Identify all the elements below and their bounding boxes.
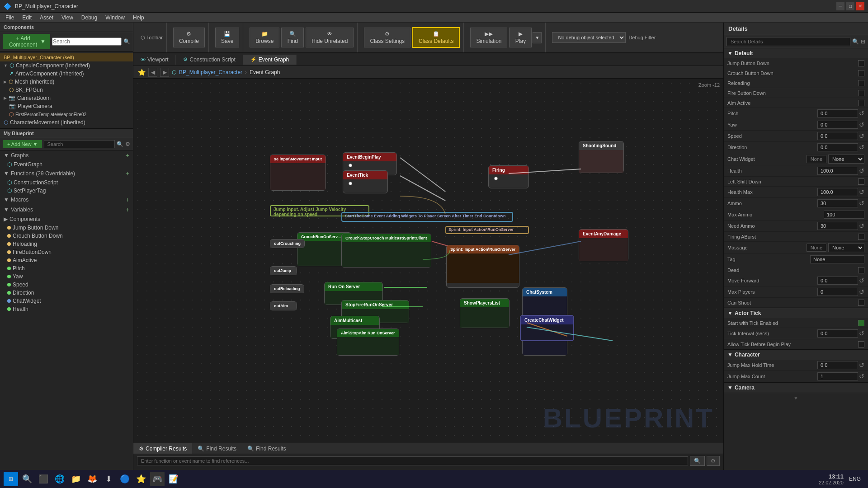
can-shoot-checkbox[interactable] bbox=[858, 300, 864, 306]
tick-interval-reset-button[interactable]: ↺ bbox=[859, 330, 864, 337]
ammo-reset-button[interactable]: ↺ bbox=[859, 200, 864, 207]
find-button[interactable]: 🔍 Find bbox=[281, 28, 304, 47]
tree-item-arrow[interactable]: ↗ ArrowComponent (Inherited) bbox=[0, 70, 133, 78]
menu-debug[interactable]: Debug bbox=[78, 14, 101, 22]
speed-input[interactable] bbox=[817, 132, 858, 140]
var-reloading[interactable]: Reloading bbox=[0, 240, 133, 248]
var-fire-button-down[interactable]: FireButtonDown bbox=[0, 248, 133, 256]
unreal-button[interactable]: 🎮 bbox=[150, 472, 165, 486]
node-out-aim[interactable]: outAim bbox=[270, 301, 297, 310]
firefox-button[interactable]: 🦊 bbox=[85, 472, 99, 486]
graph-area[interactable]: Zoom -12 Jump Input. Adjust Jump Velocit… bbox=[133, 79, 723, 443]
max-players-reset-button[interactable]: ↺ bbox=[859, 288, 864, 296]
massage-select[interactable]: None bbox=[828, 243, 864, 252]
menu-help[interactable]: Help bbox=[129, 14, 148, 22]
direction-input[interactable] bbox=[817, 143, 858, 151]
node-show-players-list[interactable]: ShowPlayersList bbox=[460, 298, 509, 328]
breadcrumb-blueprint[interactable]: BP_Multiplayer_Character bbox=[179, 69, 242, 75]
crouch-button-down-checkbox[interactable] bbox=[858, 70, 864, 76]
max-ammo-input[interactable] bbox=[824, 211, 864, 219]
node-create-chat-widget[interactable]: CreateChatWidget bbox=[520, 315, 574, 341]
variables-add-button[interactable]: + bbox=[126, 206, 129, 213]
firing-aburst-checkbox[interactable] bbox=[858, 234, 864, 240]
character-section-header[interactable]: ▼ Character bbox=[724, 350, 868, 360]
var-chatwidget[interactable]: ChatWidget bbox=[0, 297, 133, 305]
bp-item-constructionscript[interactable]: ⬡ ConstructionScript bbox=[0, 178, 133, 187]
edge-browser-button[interactable]: 🌐 bbox=[52, 472, 67, 486]
var-direction[interactable]: Direction bbox=[0, 289, 133, 297]
var-crouch-button-down[interactable]: Crouch Button Down bbox=[0, 232, 133, 240]
tree-item-mesh[interactable]: ▶ ⬡ Mesh (Inherited) bbox=[0, 78, 133, 86]
node-aim-on-server[interactable]: Aim\StopAim Run OnServer bbox=[337, 328, 399, 356]
jump-max-count-reset-button[interactable]: ↺ bbox=[859, 373, 864, 380]
direction-reset-button[interactable]: ↺ bbox=[859, 144, 864, 151]
node-event-any-damage[interactable]: EventAnyDamage bbox=[579, 229, 628, 261]
need-ammo-reset-button[interactable]: ↺ bbox=[859, 222, 864, 230]
find-options-button[interactable]: ⚙ bbox=[707, 456, 720, 466]
macros-add-button[interactable]: + bbox=[126, 196, 129, 203]
tree-item-capsule[interactable]: ▼ ⬡ CapsuleComponent (Inherited) bbox=[0, 61, 133, 70]
pitch-input[interactable] bbox=[817, 109, 858, 117]
jump-max-count-input[interactable] bbox=[817, 372, 858, 380]
camera-section-header[interactable]: ▼ Camera bbox=[724, 383, 868, 393]
blueprint-search-icon[interactable]: 🔍 bbox=[117, 141, 123, 147]
fire-button-down-checkbox[interactable] bbox=[858, 90, 864, 96]
task-view-button[interactable]: ⬛ bbox=[36, 472, 51, 486]
bp-category-components[interactable]: ▶ Components bbox=[0, 215, 133, 224]
bp-item-eventgraph[interactable]: ⬡ EventGraph bbox=[0, 160, 133, 169]
tab-construction-script[interactable]: ⚙ Construction Script bbox=[176, 55, 243, 65]
health-input[interactable] bbox=[817, 167, 858, 175]
menu-edit[interactable]: Edit bbox=[19, 14, 35, 22]
simulation-button[interactable]: ▶▶ Simulation bbox=[470, 28, 507, 47]
left-shift-down-checkbox[interactable] bbox=[858, 178, 864, 185]
var-speed[interactable]: Speed bbox=[0, 281, 133, 289]
details-search-button[interactable]: 🔍 bbox=[852, 38, 859, 45]
allow-tick-before-checkbox[interactable] bbox=[858, 341, 864, 347]
details-view-toggle-button[interactable]: ⊞ bbox=[861, 38, 865, 45]
speed-reset-button[interactable]: ↺ bbox=[859, 132, 864, 140]
browse-button[interactable]: 📁 Browse bbox=[250, 28, 279, 47]
node-movement-input[interactable]: se input\Movement Input bbox=[270, 155, 326, 191]
tree-item-cameraboom[interactable]: ▶ 📷 CameraBoom bbox=[0, 94, 133, 102]
dead-checkbox[interactable] bbox=[858, 267, 864, 273]
graphs-add-button[interactable]: + bbox=[126, 152, 129, 159]
menu-window[interactable]: Window bbox=[102, 14, 128, 22]
menu-view[interactable]: View bbox=[58, 14, 77, 22]
debug-object-select[interactable]: No debug object selected bbox=[552, 32, 626, 43]
jump-button-down-checkbox[interactable] bbox=[858, 60, 864, 66]
maximize-button[interactable]: □ bbox=[846, 2, 854, 10]
node-out-reloading[interactable]: outReloading bbox=[270, 284, 304, 293]
yaw-input[interactable] bbox=[817, 121, 858, 129]
health-max-reset-button[interactable]: ↺ bbox=[859, 188, 864, 196]
hide-unrelated-button[interactable]: 👁 Hide Unrelated bbox=[306, 28, 354, 47]
tree-item-weapon[interactable]: ⬡ FirstPersonTemplateWeaponFire02 bbox=[0, 110, 133, 118]
bp-category-functions[interactable]: ▼ Functions (29 Overridable) + bbox=[0, 169, 133, 178]
component-search-input[interactable] bbox=[52, 38, 122, 46]
save-button[interactable]: 💾 Save bbox=[215, 28, 239, 47]
var-pitch[interactable]: Pitch bbox=[0, 264, 133, 272]
node-out-crouching[interactable]: outCrouching bbox=[270, 239, 305, 248]
class-defaults-button[interactable]: 📋 Class Defaults bbox=[412, 27, 460, 48]
search-taskbar-button[interactable]: 🔍 bbox=[20, 472, 34, 486]
move-forward-reset-button[interactable]: ↺ bbox=[859, 277, 864, 284]
node-event-tick[interactable]: EventTick bbox=[343, 170, 388, 193]
var-aim-active[interactable]: AimActive bbox=[0, 256, 133, 264]
compile-button[interactable]: ⚙ Compile bbox=[173, 28, 205, 47]
bp-category-macros[interactable]: ▼ Macros + bbox=[0, 195, 133, 205]
class-settings-button[interactable]: ⚙ Class Settings bbox=[364, 28, 410, 47]
reloading-checkbox[interactable] bbox=[858, 80, 864, 86]
var-jump-button-down[interactable]: Jump Button Down bbox=[0, 224, 133, 232]
play-dropdown-button[interactable]: ▼ bbox=[533, 32, 542, 43]
jump-max-hold-time-input[interactable] bbox=[817, 361, 858, 369]
notepad-button[interactable]: 📝 bbox=[166, 472, 181, 486]
menu-asset[interactable]: Asset bbox=[36, 14, 57, 22]
node-sprint-area[interactable]: Sprint: Input Action\RunOnServer bbox=[446, 245, 519, 288]
node-firing[interactable]: Firing bbox=[488, 165, 529, 188]
add-component-button[interactable]: + Add Component ▼ bbox=[3, 34, 50, 49]
add-new-button[interactable]: + Add New ▼ bbox=[3, 140, 42, 148]
health-reset-button[interactable]: ↺ bbox=[859, 167, 864, 174]
chat-widget-select[interactable]: None bbox=[828, 155, 864, 164]
nav-forward-button[interactable]: ▶ bbox=[160, 68, 169, 77]
details-search-input[interactable] bbox=[726, 37, 850, 46]
bp-self-item[interactable]: BP_Multiplayer_Character (self) bbox=[0, 53, 133, 61]
